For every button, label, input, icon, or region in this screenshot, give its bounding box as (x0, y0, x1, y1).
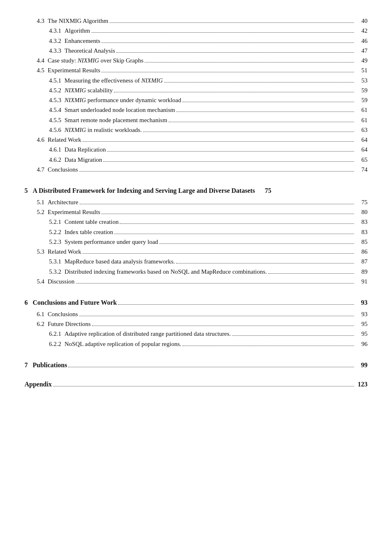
entry-page: 96 (355, 339, 368, 349)
entry-number: 6.2 (24, 319, 45, 329)
entry-page: 83 (355, 228, 368, 237)
entry-title: Theoretical Analysis (61, 46, 115, 56)
entry-title: MapReduce based data analysis frameworks… (61, 257, 175, 266)
toc-entry-5.2: 5.2 Experimental Results 80 (24, 208, 368, 217)
toc-entry-5.3.2: 5.3.2 Distributed indexing frameworks ba… (24, 267, 368, 277)
entry-number: 4.3.3 (24, 46, 61, 56)
entry-page: 61 (355, 105, 368, 115)
entry-title: Data Replication (61, 145, 106, 154)
entry-page: 64 (355, 135, 368, 145)
dots (53, 386, 354, 386)
entry-page: 99 (355, 360, 368, 371)
entry-title: Conclusions (45, 165, 78, 174)
entry-page: 93 (355, 298, 368, 308)
toc-entry-4.6.1: 4.6.1 Data Replication 64 (24, 145, 368, 154)
entry-number: 4.3 (24, 16, 45, 26)
entry-page: 95 (355, 329, 368, 339)
entry-number: 5.2 (24, 208, 45, 217)
toc-entry-4.5.1: 4.5.1 Measuring the effectiveness of NIX… (24, 76, 368, 85)
entry-title: Experimental Results (45, 208, 100, 217)
entry-title: NIXMIG performance under dynamic workloa… (61, 96, 181, 105)
entry-number: 4.6.1 (24, 145, 61, 154)
toc-entry-4.3.2: 4.3.2 Enhancements 46 (24, 36, 368, 46)
entry-number: 4.5 (24, 66, 45, 75)
toc-section-4: 4.3 The NIXMIG Algorithm 40 4.3.1 Algori… (24, 16, 368, 174)
dots (68, 367, 354, 367)
entry-number: 5.2.3 (24, 237, 61, 247)
entry-page: 93 (355, 310, 368, 319)
toc-chapter-6-heading: 6 Conclusions and Future Work 93 (24, 298, 368, 308)
entry-number: 5.2.1 (24, 217, 61, 227)
dots (176, 263, 354, 263)
toc-entry-6.2.1: 6.2.1 Adaptive replication of distribute… (24, 329, 368, 339)
entry-page: 46 (355, 36, 368, 46)
entry-title: Index table creation (61, 228, 113, 237)
toc-chapter-5-heading: 5 A Distributed Framework for Indexing a… (24, 186, 368, 196)
entry-title: Future Directions (45, 319, 91, 329)
entry-page: 91 (355, 277, 368, 286)
toc-entry-4.4: 4.4 Case study: NIXMIG over Skip Graphs … (24, 56, 368, 65)
dots (116, 52, 354, 53)
dots (109, 22, 354, 23)
chapter-title: A Distributed Framework for Indexing and… (28, 186, 255, 196)
entry-title: The NIXMIG Algorithm (45, 16, 108, 26)
entry-page: 42 (355, 26, 368, 36)
entry-number: 4.3.2 (24, 36, 61, 46)
entry-number: 4.5.1 (24, 76, 61, 85)
entry-number: 4.5.6 (24, 125, 61, 135)
toc-entry-6.2.2: 6.2.2 NoSQL adaptive replication of popu… (24, 339, 368, 349)
entry-page: 51 (355, 66, 368, 75)
entry-title: Adaptive replication of distributed rang… (61, 329, 231, 339)
entry-number: 4.5.5 (24, 116, 61, 125)
entry-page: 85 (355, 237, 368, 247)
chapter-title: Publications (28, 360, 67, 371)
toc-chapter-7: 7 Publications 99 (24, 360, 368, 371)
entry-page: 83 (355, 217, 368, 227)
toc-entry-4.5.2: 4.5.2 NIXMIG scalability 59 (24, 86, 368, 95)
toc-chapter-7-heading: 7 Publications 99 (24, 360, 368, 371)
dots (118, 304, 354, 305)
dots (120, 223, 354, 224)
toc-entry-5.1: 5.1 Architecture 75 (24, 198, 368, 207)
entry-page: 49 (355, 56, 368, 65)
dots (107, 151, 354, 152)
dots (101, 42, 354, 43)
dots (79, 171, 354, 172)
entry-page: 95 (355, 319, 368, 329)
dots (82, 253, 354, 254)
entry-page: 123 (355, 379, 368, 390)
toc-entry-4.3.1: 4.3.1 Algorithm 42 (24, 26, 368, 36)
entry-page: 89 (355, 267, 368, 277)
entry-title: NoSQL adaptive replication of popular re… (61, 339, 181, 349)
entry-title: Measuring the effectiveness of NIXMIG (61, 76, 163, 85)
entry-title: Distributed indexing frameworks based on… (61, 267, 267, 277)
entry-page: 53 (355, 76, 368, 85)
entry-number: 5.3.2 (24, 267, 61, 277)
toc-appendix: Appendix 123 (24, 379, 368, 390)
chapter-number: 6 (24, 298, 28, 308)
entry-title: Enhancements (61, 36, 100, 46)
entry-title: Discussion (45, 277, 75, 286)
toc-chapter-5: 5 A Distributed Framework for Indexing a… (24, 186, 368, 286)
toc-entry-6.2: 6.2 Future Directions 95 (24, 319, 368, 329)
entry-title: Data Migration (61, 155, 102, 165)
entry-number: 5.2.2 (24, 228, 61, 237)
entry-title: Related Work (45, 247, 81, 257)
toc-entry-4.5.4: 4.5.4 Smart underloaded node location me… (24, 105, 368, 115)
dots (79, 316, 354, 316)
toc-entry-4.3: 4.3 The NIXMIG Algorithm 40 (24, 16, 368, 26)
entry-title: Case study: NIXMIG over Skip Graphs (45, 56, 144, 65)
entry-title: Experimental Results (45, 66, 100, 75)
entry-number: 5.1 (24, 198, 45, 207)
entry-page: 59 (355, 96, 368, 105)
entry-page: 87 (355, 257, 368, 266)
entry-number: 4.6 (24, 135, 45, 145)
entry-number: 5.4 (24, 277, 45, 286)
dots (101, 214, 354, 214)
entry-number: 6.1 (24, 310, 45, 319)
entry-number: 4.6.2 (24, 155, 61, 165)
entry-number: 4.4 (24, 56, 45, 65)
entry-number: 4.3.1 (24, 26, 61, 36)
entry-page: 63 (355, 125, 368, 135)
toc-entry-5.3: 5.3 Related Work 86 (24, 247, 368, 257)
